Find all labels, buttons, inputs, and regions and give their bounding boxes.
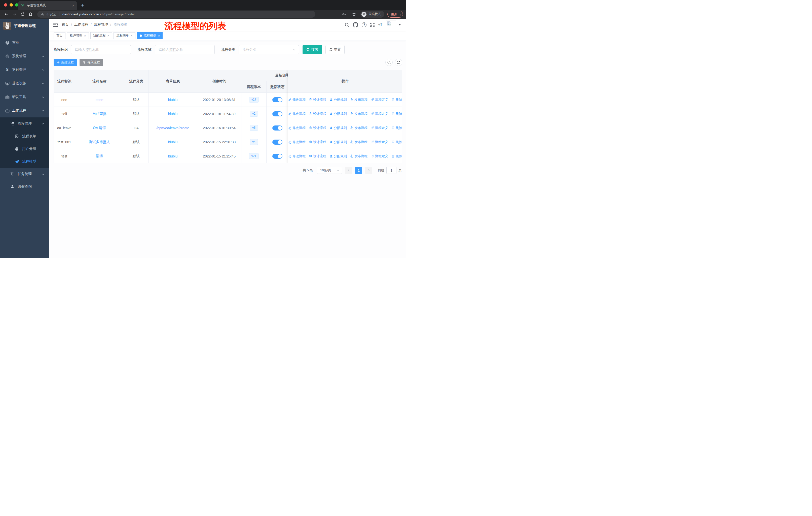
security-label[interactable]: 不安全: [46, 12, 56, 17]
edit-process-link[interactable]: 修改流程: [288, 112, 306, 116]
tag-tenant[interactable]: 租户管理×: [67, 32, 89, 39]
show-search-toggle-button[interactable]: [385, 59, 393, 66]
header-search-icon[interactable]: [345, 22, 349, 27]
fullscreen-icon[interactable]: [370, 22, 375, 27]
design-process-link[interactable]: 设计流程: [309, 140, 326, 144]
active-toggle[interactable]: [272, 97, 283, 102]
assign-rule-link[interactable]: 分配规则: [329, 98, 347, 102]
prev-page-button[interactable]: [345, 167, 352, 174]
tag-close-icon[interactable]: ×: [84, 34, 86, 37]
form-info-link[interactable]: biubiu: [168, 140, 177, 144]
help-icon[interactable]: ?: [362, 22, 367, 27]
tag-close-icon[interactable]: ×: [108, 34, 110, 37]
address-bar[interactable]: 不安全 dashboard.yudao.iocoder.cn/bpm/manag…: [37, 11, 315, 18]
password-key-icon[interactable]: [341, 11, 348, 18]
delete-link[interactable]: 删除: [392, 154, 402, 159]
design-process-link[interactable]: 设计流程: [309, 98, 326, 102]
publish-process-link[interactable]: 发布流程: [350, 154, 368, 159]
sidebar-item-user-group[interactable]: 用户分组: [0, 143, 49, 155]
sidebar-item-home[interactable]: 首页: [0, 36, 49, 49]
model-name-link[interactable]: 测试多审批人: [89, 140, 110, 144]
app-logo-row[interactable]: 芋道管理系统: [0, 19, 49, 33]
browser-update-button[interactable]: 更新: [387, 11, 403, 18]
model-name-link[interactable]: eeee: [95, 98, 103, 102]
edit-process-link[interactable]: 修改流程: [288, 98, 306, 102]
edit-process-link[interactable]: 修改流程: [288, 154, 306, 159]
breadcrumb-process-management[interactable]: 流程管理: [94, 22, 108, 27]
active-toggle[interactable]: [272, 140, 283, 145]
page-number-1[interactable]: 1: [355, 167, 362, 174]
sidebar-item-system[interactable]: 系统管理: [0, 49, 49, 63]
version-badge[interactable]: v2: [250, 111, 258, 117]
sidebar-item-leave-query[interactable]: 请假查询: [0, 181, 49, 193]
model-name-link[interactable]: 自己审批: [92, 112, 107, 116]
assign-rule-link[interactable]: 分配规则: [329, 112, 347, 116]
tag-process-model[interactable]: 流程模型×: [137, 32, 163, 39]
import-process-button[interactable]: 导入流程: [80, 59, 103, 66]
back-icon[interactable]: [3, 11, 10, 18]
assign-rule-link[interactable]: 分配规则: [329, 126, 347, 130]
publish-process-link[interactable]: 发布流程: [350, 140, 368, 144]
new-tab-button[interactable]: +: [81, 2, 84, 8]
form-info-link[interactable]: biubiu: [168, 112, 177, 116]
design-process-link[interactable]: 设计流程: [309, 126, 326, 130]
sidebar-item-workflow[interactable]: 工作流程: [0, 104, 49, 117]
process-definition-link[interactable]: 流程定义: [371, 154, 388, 159]
github-icon[interactable]: [353, 22, 358, 27]
home-icon[interactable]: [27, 11, 34, 18]
sidebar-item-process-model[interactable]: 流程模型: [0, 155, 49, 168]
sidebar-item-process-form[interactable]: 流程表单: [0, 130, 49, 143]
assign-rule-link[interactable]: 分配规则: [329, 154, 347, 159]
sidebar-item-process-management[interactable]: 流程管理: [0, 117, 49, 130]
tag-close-icon[interactable]: ×: [130, 34, 133, 37]
process-definition-link[interactable]: 流程定义: [371, 140, 388, 144]
process-definition-link[interactable]: 流程定义: [371, 112, 388, 116]
sidebar-item-payment[interactable]: ¥ 支付管理: [0, 63, 49, 77]
delete-link[interactable]: 删除: [392, 112, 402, 116]
font-size-icon[interactable]: TT: [378, 23, 382, 27]
publish-process-link[interactable]: 发布流程: [350, 126, 368, 130]
sidebar-item-devtools[interactable]: 研发工具: [0, 90, 49, 104]
edit-process-link[interactable]: 修改流程: [288, 126, 306, 130]
active-toggle[interactable]: [272, 154, 283, 159]
bookmark-star-icon[interactable]: [351, 11, 357, 18]
user-avatar[interactable]: [386, 20, 396, 30]
assign-rule-link[interactable]: 分配规则: [329, 140, 347, 144]
publish-process-link[interactable]: 发布流程: [350, 112, 368, 116]
tab-close-icon[interactable]: ×: [72, 3, 74, 7]
active-toggle[interactable]: [272, 111, 283, 116]
breadcrumb-workflow[interactable]: 工作流程: [74, 22, 88, 27]
design-process-link[interactable]: 设计流程: [309, 154, 326, 159]
browser-menu-icon[interactable]: [400, 12, 401, 16]
window-close-button[interactable]: [4, 3, 7, 6]
process-category-select[interactable]: 流程分类: [239, 45, 299, 54]
delete-link[interactable]: 删除: [392, 98, 402, 102]
avatar-caret-icon[interactable]: [399, 24, 401, 25]
version-badge[interactable]: v5: [250, 125, 258, 131]
process-definition-link[interactable]: 流程定义: [371, 126, 388, 130]
tag-my-process[interactable]: 我的流程×: [90, 32, 112, 39]
sidebar-item-task-management[interactable]: 任务管理: [0, 168, 49, 181]
tag-close-icon[interactable]: ×: [158, 34, 160, 37]
reset-button[interactable]: 重置: [325, 45, 345, 54]
tag-home[interactable]: 首页: [54, 32, 65, 39]
page-size-select[interactable]: 10条/页: [317, 167, 342, 174]
tag-process-form[interactable]: 流程表单×: [114, 32, 136, 39]
process-name-input[interactable]: [155, 45, 215, 54]
next-page-button[interactable]: [365, 167, 372, 174]
publish-process-link[interactable]: 发布流程: [350, 98, 368, 102]
design-process-link[interactable]: 设计流程: [309, 112, 326, 116]
goto-page-input[interactable]: [386, 167, 397, 174]
forward-icon[interactable]: [11, 11, 18, 18]
edit-process-link[interactable]: 修改流程: [288, 140, 306, 144]
model-name-link[interactable]: 滔博: [96, 154, 103, 159]
window-controls[interactable]: [4, 3, 18, 6]
model-name-link[interactable]: OA 请假: [93, 126, 106, 130]
delete-link[interactable]: 删除: [392, 126, 402, 130]
sidebar-item-infra[interactable]: 基础设施: [0, 77, 49, 90]
refresh-table-button[interactable]: [395, 59, 402, 66]
sidebar-collapse-icon[interactable]: [53, 23, 58, 27]
process-definition-link[interactable]: 流程定义: [371, 98, 388, 102]
window-zoom-button[interactable]: [15, 3, 18, 6]
window-minimize-button[interactable]: [9, 3, 13, 6]
